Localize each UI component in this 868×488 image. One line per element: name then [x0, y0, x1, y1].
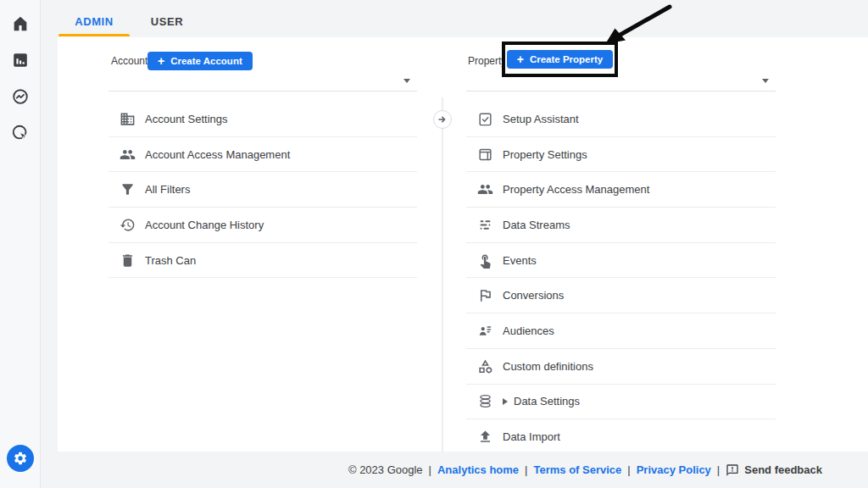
menu-item-label: Conversions: [503, 289, 564, 302]
sidebar-item-home[interactable]: [10, 14, 31, 34]
create-property-label: Create Property: [530, 54, 603, 64]
menu-item-all-filters[interactable]: All Filters: [108, 172, 417, 208]
building-icon: [119, 110, 136, 127]
menu-item-trash-can[interactable]: Trash Can: [108, 243, 417, 279]
sidebar-item-advertising[interactable]: [10, 123, 31, 143]
menu-item-data-settings[interactable]: Data Settings: [466, 385, 776, 420]
create-account-button[interactable]: + Create Account: [147, 52, 253, 70]
menu-item-conversions[interactable]: Conversions: [466, 278, 776, 313]
menu-item-label: Data Settings: [514, 395, 580, 408]
upload-icon: [476, 429, 493, 446]
menu-item-label: Account Access Management: [145, 148, 290, 161]
menu-item-account-settings[interactable]: Account Settings: [108, 102, 417, 137]
history-icon: [119, 216, 136, 233]
tab-user[interactable]: USER: [131, 7, 203, 36]
flag-icon: [476, 287, 493, 304]
feedback-bubble-icon: [726, 463, 739, 477]
menu-item-setup-assistant[interactable]: Setup Assistant: [466, 102, 776, 137]
setup-assistant-icon: [476, 110, 493, 127]
account-column-label: Account: [111, 55, 147, 67]
create-property-button[interactable]: + Create Property: [507, 50, 613, 69]
footer-link-privacy[interactable]: Privacy Policy: [637, 463, 711, 476]
filter-icon: [119, 181, 136, 198]
footer: © 2023 Google | Analytics home | Terms o…: [0, 452, 868, 488]
property-selector[interactable]: [466, 71, 776, 92]
menu-item-label: All Filters: [145, 183, 190, 196]
account-selector[interactable]: [108, 71, 417, 92]
footer-link-analytics-home[interactable]: Analytics home: [437, 463, 519, 476]
data-streams-icon: [476, 216, 493, 233]
reports-icon: [11, 51, 30, 69]
plus-icon: +: [517, 53, 524, 65]
advertising-icon: [11, 124, 30, 142]
menu-item-data-import[interactable]: Data Import: [466, 419, 776, 452]
dropdown-caret-icon: [762, 79, 769, 83]
collapse-column-toggle[interactable]: [433, 110, 452, 129]
menu-item-label: Data Streams: [503, 219, 570, 231]
menu-item-label: Custom definitions: [503, 360, 593, 373]
footer-separator: |: [717, 463, 720, 476]
property-column-label: Property: [468, 55, 506, 67]
database-icon: [476, 393, 493, 410]
menu-item-label: Setup Assistant: [503, 113, 579, 125]
admin-card: Account + Create Account Account Setting…: [58, 37, 868, 452]
audiences-icon: [476, 322, 493, 339]
people-icon: [476, 181, 493, 198]
menu-item-label: Events: [503, 254, 537, 267]
menu-item-events[interactable]: Events: [466, 243, 776, 279]
property-settings-icon: [476, 146, 493, 163]
create-account-label: Create Account: [170, 56, 242, 66]
menu-item-property-settings[interactable]: Property Settings: [466, 137, 776, 173]
menu-item-change-history[interactable]: Account Change History: [108, 208, 417, 243]
account-menu: Account Settings Account Access Manageme…: [108, 102, 417, 278]
send-feedback-button[interactable]: Send feedback: [726, 463, 822, 477]
menu-item-account-access[interactable]: Account Access Management: [108, 137, 417, 173]
custom-definitions-icon: [476, 358, 493, 374]
copyright-text: © 2023 Google: [348, 463, 423, 476]
analytics-admin-page: ADMIN USER Account + Create Account Acco…: [0, 0, 868, 488]
menu-item-audiences[interactable]: Audiences: [466, 313, 776, 349]
footer-separator: |: [525, 463, 527, 476]
menu-item-custom-definitions[interactable]: Custom definitions: [466, 349, 776, 385]
send-feedback-label: Send feedback: [744, 463, 822, 476]
menu-item-label: Account Change History: [145, 219, 264, 231]
left-nav-rail: [0, 0, 41, 488]
explore-icon: [11, 87, 30, 106]
column-divider: [442, 97, 443, 452]
trash-icon: [119, 252, 136, 269]
menu-item-label: Property Settings: [503, 148, 587, 161]
property-menu: Setup Assistant Property Settings Proper…: [466, 102, 776, 452]
menu-item-label: Data Import: [503, 430, 560, 443]
footer-link-terms[interactable]: Terms of Service: [533, 463, 621, 476]
menu-item-label: Audiences: [503, 324, 554, 337]
menu-item-data-streams[interactable]: Data Streams: [466, 208, 776, 243]
menu-item-label: Trash Can: [145, 254, 196, 267]
sidebar-item-reports[interactable]: [10, 50, 31, 70]
menu-item-label: Property Access Management: [503, 183, 649, 196]
people-icon: [119, 146, 136, 163]
tab-admin[interactable]: ADMIN: [58, 7, 131, 36]
footer-separator: |: [429, 463, 431, 476]
arrow-right-icon: [437, 114, 448, 125]
plus-icon: +: [158, 55, 164, 67]
menu-item-property-access[interactable]: Property Access Management: [466, 172, 776, 208]
home-icon: [11, 14, 30, 33]
sidebar-item-explore[interactable]: [10, 86, 31, 107]
dropdown-caret-icon: [403, 79, 410, 83]
active-tab-underline: [58, 34, 130, 36]
menu-item-label: Account Settings: [145, 113, 228, 125]
footer-separator: |: [627, 463, 630, 476]
expand-caret-icon: [503, 398, 508, 405]
touch-events-icon: [476, 252, 493, 269]
